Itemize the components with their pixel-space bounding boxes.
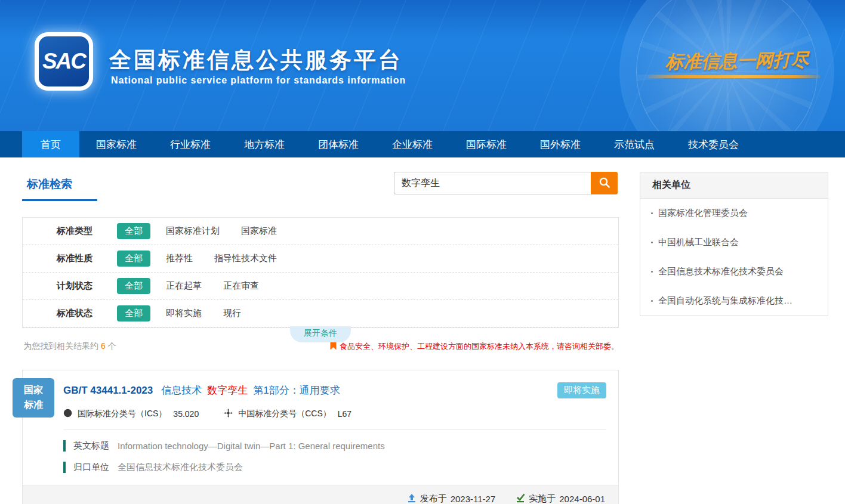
main-nav: 首页 国家标准 行业标准 地方标准 团体标准 企业标准 国际标准 国外标准 示范…	[0, 131, 845, 157]
filter-row-standard-type: 标准类型 全部 国家标准计划 国家标准	[23, 218, 618, 245]
site-subtitle: National public service platform for sta…	[111, 75, 406, 86]
nav-tab-national-standards[interactable]: 国家标准	[79, 131, 153, 157]
nav-tab-technical-committee[interactable]: 技术委员会	[671, 131, 755, 157]
standard-type-badge: 国家 标准	[13, 378, 54, 418]
english-title-value: Information technology—Digital twin—Part…	[118, 441, 385, 451]
filter-option[interactable]: 指导性技术文件	[214, 253, 277, 264]
compass-icon	[224, 409, 233, 419]
title-underline	[22, 199, 97, 201]
nav-tab-group-standards[interactable]: 团体标准	[301, 131, 375, 157]
standard-title-highlight[interactable]: 数字孪生	[207, 384, 248, 397]
standard-code-link[interactable]: GB/T 43441.1-2023	[63, 385, 153, 397]
site-header: SAC 全国标准信息公共服务平台 National public service…	[0, 0, 845, 131]
check-icon	[516, 493, 525, 504]
banner-slogan: 标准信息一网打尽	[653, 48, 821, 75]
bullet-dot-icon	[651, 212, 653, 214]
slogan-underline	[647, 75, 821, 78]
filter-label: 标准性质	[57, 253, 117, 264]
sidebar-item-machinery-federation[interactable]: 中国机械工业联合会	[640, 228, 828, 257]
bullet-dot-icon	[651, 271, 653, 273]
nav-tab-home[interactable]: 首页	[22, 131, 79, 157]
ccs-group: 中国标准分类号（CCS） L67	[224, 409, 351, 419]
standard-title-part[interactable]: 第1部分：通用要求	[253, 384, 340, 397]
english-title-label: 英文标题	[73, 440, 109, 452]
implement-date-group: 实施于 2024-06-01	[516, 493, 605, 504]
filter-all-badge[interactable]: 全部	[117, 305, 150, 321]
magnifier-icon	[598, 176, 611, 191]
upload-icon	[407, 493, 417, 504]
card-footer: 发布于 2023-11-27 实施于 2024-06-01	[23, 486, 618, 504]
globe-icon	[63, 409, 72, 419]
bullet-dot-icon	[651, 242, 653, 243]
content-area: 标准检索 标准类型 全部 国家标准计划	[0, 157, 845, 504]
expand-conditions-button[interactable]: 展开条件	[290, 326, 351, 342]
implement-date: 2024-06-01	[559, 494, 605, 504]
filter-label: 计划状态	[57, 280, 117, 292]
filter-label: 标准状态	[57, 308, 117, 319]
filter-option[interactable]: 推荐性	[166, 253, 193, 264]
related-organizations-panel: 相关单位 国家标准化管理委员会 中国机械工业联合会 全国信息技术标准化技术委员会…	[640, 172, 828, 316]
filter-option[interactable]: 即将实施	[166, 308, 202, 319]
filter-all-badge[interactable]: 全部	[117, 278, 150, 294]
committee-row: 归口单位 全国信息技术标准化技术委员会	[63, 462, 606, 473]
bookmark-icon	[330, 341, 337, 352]
sac-logo-text: SAC	[42, 49, 85, 74]
page-title: 标准检索	[22, 172, 72, 192]
committee-value: 全国信息技术标准化技术委员会	[118, 462, 243, 473]
filter-option[interactable]: 现行	[223, 308, 241, 319]
ics-label: 国际标准分类号（ICS）	[78, 409, 166, 419]
filter-panel: 标准类型 全部 国家标准计划 国家标准 标准性质 全部 推荐性 指导性技术文件 …	[22, 217, 619, 328]
publish-date: 2023-11-27	[451, 494, 496, 504]
sac-logo-inner: SAC	[39, 36, 89, 86]
filter-all-badge[interactable]: 全部	[117, 223, 150, 239]
filter-option[interactable]: 正在审查	[223, 280, 259, 292]
site-title: 全国标准信息公共服务平台	[109, 45, 403, 75]
standard-title-part[interactable]: 信息技术	[161, 384, 202, 397]
card-body: GB/T 43441.1-2023 信息技术 数字孪生 第1部分：通用要求 即将…	[23, 370, 618, 477]
sidebar-item-sac[interactable]: 国家标准化管理委员会	[640, 199, 828, 228]
english-title-row: 英文标题 Information technology—Digital twin…	[63, 440, 606, 452]
filter-row-standard-nature: 标准性质 全部 推荐性 指导性技术文件	[23, 245, 618, 273]
nav-tab-local-standards[interactable]: 地方标准	[227, 131, 301, 157]
nav-tab-international-standards[interactable]: 国际标准	[449, 131, 523, 157]
bullet-dot-icon	[651, 300, 653, 302]
filter-option[interactable]: 国家标准计划	[166, 225, 220, 237]
result-count-number: 6	[101, 341, 106, 351]
search-box	[394, 172, 618, 194]
filter-option[interactable]: 国家标准	[241, 225, 277, 237]
publish-date-group: 发布于 2023-11-27	[407, 493, 496, 504]
standard-result-card: 国家 标准 GB/T 43441.1-2023 信息技术 数字孪生 第1部分：通…	[22, 370, 619, 504]
filter-option[interactable]: 正在起草	[166, 280, 202, 292]
teal-bar	[63, 440, 66, 452]
filter-row-standard-status: 标准状态 全部 即将实施 现行	[23, 300, 618, 327]
ics-value: 35.020	[173, 409, 199, 419]
nav-tab-industry-standards[interactable]: 行业标准	[153, 131, 227, 157]
teal-bar	[63, 462, 66, 473]
filter-label: 标准类型	[57, 225, 117, 237]
result-count: 为您找到相关结果约6个	[22, 341, 116, 352]
ccs-value: L67	[338, 409, 351, 419]
filter-row-plan-status: 计划状态 全部 正在起草 正在审查	[23, 273, 618, 300]
sidebar-title: 相关单位	[640, 172, 828, 199]
status-badge: 即将实施	[557, 382, 606, 398]
ics-group: 国际标准分类号（ICS） 35.020	[63, 409, 199, 419]
results-info-row: 为您找到相关结果约6个 食品安全、环境保护、工程建设方面的国家标准未纳入本系统，…	[22, 341, 619, 352]
main-column: 标准检索 标准类型 全部 国家标准计划	[22, 172, 619, 504]
committee-label: 归口单位	[73, 462, 109, 473]
search-input[interactable]	[394, 172, 591, 194]
search-button[interactable]	[591, 172, 618, 194]
search-section: 标准检索	[22, 172, 619, 210]
card-divider	[63, 429, 606, 430]
system-notice: 食品安全、环境保护、工程建设方面的国家标准未纳入本系统，请咨询相关部委。	[330, 341, 619, 352]
sidebar-item-automation-standardization-committee[interactable]: 全国自动化系统与集成标准化技…	[640, 286, 828, 316]
nav-tab-enterprise-standards[interactable]: 企业标准	[375, 131, 449, 157]
sac-logo: SAC	[35, 32, 93, 91]
ccs-label: 中国标准分类号（CCS）	[238, 409, 331, 419]
standard-title-row: GB/T 43441.1-2023 信息技术 数字孪生 第1部分：通用要求 即将…	[63, 382, 606, 398]
filter-all-badge[interactable]: 全部	[117, 251, 150, 267]
nav-tab-foreign-standards[interactable]: 国外标准	[523, 131, 597, 157]
sidebar-item-it-standardization-committee[interactable]: 全国信息技术标准化技术委员会	[640, 257, 828, 286]
classification-row: 国际标准分类号（ICS） 35.020 中国标准分类号（CC	[63, 409, 606, 419]
nav-tab-pilot[interactable]: 示范试点	[597, 131, 671, 157]
